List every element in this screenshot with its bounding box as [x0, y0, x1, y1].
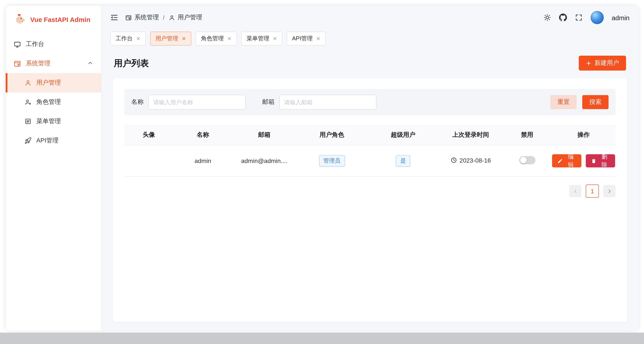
chevron-right-icon: [606, 188, 612, 194]
actions-cell: 编辑 删除: [552, 145, 616, 176]
filter-actions: 重置 搜索: [550, 95, 608, 109]
breadcrumb: 系统管理 / 用户管理: [125, 14, 202, 22]
top-header: 系统管理 / 用户管理: [102, 6, 638, 29]
tab-label: 角色管理: [201, 35, 224, 43]
close-icon[interactable]: [136, 36, 140, 41]
avatar-cell: [124, 145, 173, 176]
delete-button[interactable]: 删除: [586, 154, 615, 167]
menu-list-icon: [24, 118, 32, 125]
trash-icon: [591, 158, 596, 164]
new-user-button[interactable]: 新建用户: [579, 56, 626, 71]
tab-label: 菜单管理: [246, 35, 269, 43]
close-icon[interactable]: [182, 36, 186, 41]
github-icon[interactable]: [559, 14, 567, 22]
user-avatar[interactable]: [590, 11, 604, 24]
name-filter-group: 名称: [131, 95, 246, 110]
theme-sun-icon[interactable]: [543, 14, 551, 22]
column-actions: 操作: [552, 125, 616, 145]
column-avatar: 头像: [124, 125, 173, 145]
app-logo[interactable]: Vue FastAPI Admin: [6, 6, 101, 33]
chevron-up-icon: [87, 60, 93, 67]
email-filter-label: 邮箱: [262, 98, 274, 106]
pagination-page-1[interactable]: 1: [586, 184, 599, 198]
column-name: 名称: [173, 125, 232, 145]
sidebar-item-role-management[interactable]: 角色管理: [6, 93, 101, 112]
tab-api-management[interactable]: API管理: [287, 32, 326, 46]
sidebar-item-label: 菜单管理: [36, 117, 61, 125]
table-row: admin admin@admin.... 管理员 是: [124, 145, 616, 176]
name-filter-label: 名称: [131, 98, 144, 106]
user-table: 头像 名称 邮箱 用户角色 超级用户 上次登录时间 禁用 操作: [124, 125, 616, 177]
close-icon[interactable]: [316, 36, 320, 41]
sidebar-item-label: 用户管理: [36, 79, 61, 87]
role-icon: [24, 99, 32, 106]
pagination-next-button[interactable]: [603, 185, 616, 197]
sidebar-collapse-icon[interactable]: [110, 14, 118, 22]
sidebar-item-label: 工作台: [26, 40, 44, 48]
sidebar-item-workbench[interactable]: 工作台: [6, 35, 101, 54]
column-disabled: 禁用: [502, 125, 552, 145]
tab-workbench[interactable]: 工作台: [110, 32, 146, 46]
last-login-cell: 2023-08-16: [439, 145, 502, 176]
system-management-icon: [14, 60, 21, 67]
table-header-row: 头像 名称 邮箱 用户角色 超级用户 上次登录时间 禁用 操作: [124, 125, 616, 145]
email-cell: admin@admin....: [232, 145, 296, 176]
sidebar-item-label: API管理: [36, 137, 58, 145]
sidebar-menu: 工作台 系统管理 用户管理: [6, 33, 101, 152]
last-login-value: 2023-08-16: [460, 157, 491, 164]
tab-label: 工作台: [116, 35, 133, 43]
sidebar-item-system-management[interactable]: 系统管理: [6, 54, 101, 73]
email-filter-group: 邮箱: [262, 95, 376, 110]
pagination-prev-button[interactable]: [569, 185, 582, 197]
email-filter-input[interactable]: [279, 95, 376, 110]
user-icon: [24, 79, 32, 86]
sidebar-item-menu-management[interactable]: 菜单管理: [6, 112, 101, 131]
header-username[interactable]: admin: [612, 14, 630, 21]
superuser-cell: 是: [368, 145, 439, 176]
page-title: 用户列表: [114, 57, 149, 69]
sidebar-item-api-management[interactable]: API管理: [6, 131, 101, 150]
close-icon[interactable]: [273, 36, 277, 41]
page-header: 用户列表 新建用户: [114, 56, 626, 71]
app-title: Vue FastAPI Admin: [30, 16, 90, 23]
disabled-cell: [502, 145, 552, 176]
edit-button-label: 编辑: [566, 153, 576, 169]
fullscreen-icon[interactable]: [575, 14, 583, 22]
breadcrumb-item-user-management[interactable]: 用户管理: [168, 14, 202, 22]
pagination: 1: [124, 184, 616, 198]
tab-user-management[interactable]: 用户管理: [150, 32, 191, 46]
user-icon: [168, 14, 175, 21]
app-window: Vue FastAPI Admin 工作台 系统管理: [6, 6, 638, 331]
user-list-card: 名称 邮箱 重置 搜索: [113, 79, 627, 322]
chevron-left-icon: [572, 188, 578, 194]
system-management-icon: [125, 14, 132, 21]
filter-bar: 名称 邮箱 重置 搜索: [124, 89, 616, 115]
breadcrumb-label: 系统管理: [134, 14, 159, 22]
breadcrumb-item-system-management[interactable]: 系统管理: [125, 14, 159, 22]
sidebar-item-user-management[interactable]: 用户管理: [6, 73, 101, 93]
main-area: 系统管理 / 用户管理: [102, 6, 638, 331]
pencil-icon: [557, 158, 563, 164]
breadcrumb-separator: /: [163, 14, 164, 21]
tab-role-management[interactable]: 角色管理: [196, 32, 237, 46]
clock-icon: [450, 157, 457, 164]
close-icon[interactable]: [227, 36, 232, 41]
rooster-logo-icon: [14, 13, 26, 26]
reset-button[interactable]: 重置: [550, 95, 576, 109]
page-content: 用户列表 新建用户 名称 邮箱: [102, 48, 638, 331]
tab-label: 用户管理: [156, 35, 178, 43]
sidebar-item-label: 系统管理: [26, 60, 50, 68]
name-cell: admin: [173, 145, 232, 176]
tab-label: API管理: [292, 35, 312, 43]
column-role: 用户角色: [296, 125, 367, 145]
role-cell: 管理员: [296, 145, 367, 176]
tab-menu-management[interactable]: 菜单管理: [241, 32, 282, 46]
plus-icon: [586, 60, 592, 66]
header-actions: admin: [543, 11, 630, 24]
name-filter-input[interactable]: [148, 95, 246, 110]
column-superuser: 超级用户: [368, 125, 439, 145]
edit-button[interactable]: 编辑: [552, 154, 582, 167]
column-email: 邮箱: [232, 125, 296, 145]
disable-toggle[interactable]: [519, 156, 535, 164]
search-button[interactable]: 搜索: [582, 95, 608, 109]
